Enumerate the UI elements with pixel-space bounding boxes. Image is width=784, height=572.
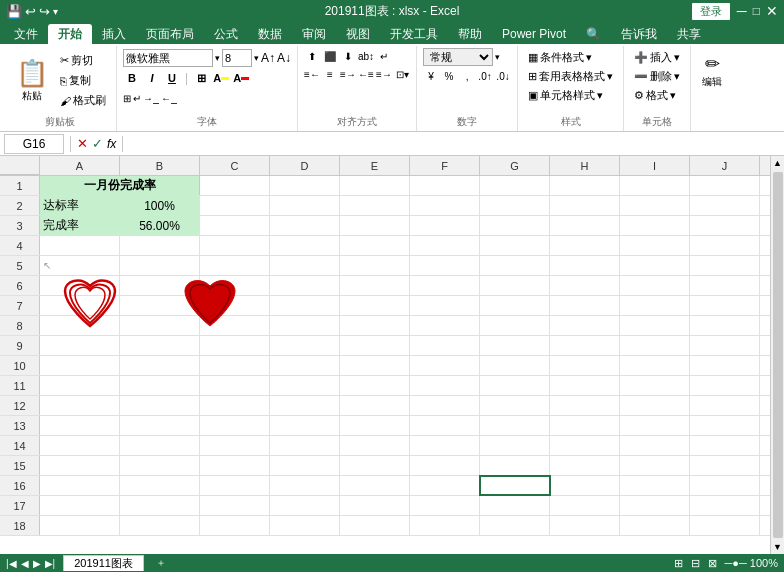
cell-g6[interactable] [480, 276, 550, 295]
page-layout-view-button[interactable]: ⊟ [691, 557, 700, 570]
cell-c6[interactable] [200, 276, 270, 295]
cell-f9[interactable] [410, 336, 480, 355]
cell-a10[interactable] [40, 356, 120, 375]
cell-b8[interactable] [120, 316, 200, 335]
font-family-dropdown-icon[interactable]: ▾ [215, 53, 220, 63]
cell-g1[interactable] [480, 176, 550, 195]
cell-e1[interactable] [340, 176, 410, 195]
cell-i9[interactable] [620, 336, 690, 355]
tab-data[interactable]: 数据 [248, 24, 292, 44]
cell-f8[interactable] [410, 316, 480, 335]
cell-b11[interactable] [120, 376, 200, 395]
cell-e7[interactable] [340, 296, 410, 315]
restore-icon[interactable]: □ [753, 4, 760, 18]
col-header-j[interactable]: J [690, 156, 760, 175]
delete-cells-button[interactable]: ➖ 删除▾ [630, 67, 684, 85]
row-header-17[interactable]: 17 [0, 496, 40, 515]
fill-color-button[interactable]: A [212, 69, 230, 87]
cell-i4[interactable] [620, 236, 690, 255]
col-header-e[interactable]: E [340, 156, 410, 175]
cell-h8[interactable] [550, 316, 620, 335]
cell-d9[interactable] [270, 336, 340, 355]
cell-j6[interactable] [690, 276, 760, 295]
row-header-6[interactable]: 6 [0, 276, 40, 295]
cell-f4[interactable] [410, 236, 480, 255]
cell-g5[interactable] [480, 256, 550, 275]
cell-d8[interactable] [270, 316, 340, 335]
cell-g16[interactable] [480, 476, 550, 495]
merge-center-button[interactable]: ⊡▾ [394, 66, 410, 82]
cell-f10[interactable] [410, 356, 480, 375]
scroll-thumb[interactable] [773, 172, 783, 538]
decrease-decimal-button[interactable]: .0↓ [495, 68, 511, 84]
cell-e10[interactable] [340, 356, 410, 375]
col-header-f[interactable]: F [410, 156, 480, 175]
cell-d6[interactable] [270, 276, 340, 295]
sheet-nav-next[interactable]: ▶ [33, 558, 41, 569]
font-size-decrease-icon[interactable]: A↓ [277, 51, 291, 65]
col-header-g[interactable]: G [480, 156, 550, 175]
tab-help[interactable]: 帮助 [448, 24, 492, 44]
cell-reference-input[interactable] [4, 134, 64, 154]
cell-h2[interactable] [550, 196, 620, 215]
sheet-nav-first[interactable]: |◀ [6, 558, 17, 569]
cell-j5[interactable] [690, 256, 760, 275]
cut-button[interactable]: ✂ 剪切 [56, 52, 110, 70]
cell-a1[interactable]: 一月份完成率 [40, 176, 200, 195]
cell-f2[interactable] [410, 196, 480, 215]
cell-j3[interactable] [690, 216, 760, 235]
cell-i8[interactable] [620, 316, 690, 335]
cell-f7[interactable] [410, 296, 480, 315]
close-icon[interactable]: ✕ [766, 3, 778, 19]
cell-g7[interactable] [480, 296, 550, 315]
cell-g4[interactable] [480, 236, 550, 255]
row-header-12[interactable]: 12 [0, 396, 40, 415]
cell-f1[interactable] [410, 176, 480, 195]
cell-f3[interactable] [410, 216, 480, 235]
cell-g3[interactable] [480, 216, 550, 235]
tab-file[interactable]: 文件 [4, 24, 48, 44]
format-cells-button[interactable]: ⚙ 格式▾ [630, 86, 684, 104]
cell-g8[interactable] [480, 316, 550, 335]
cell-e3[interactable] [340, 216, 410, 235]
save-icon[interactable]: 💾 [6, 4, 22, 19]
login-button[interactable]: 登录 [691, 2, 731, 21]
cell-i10[interactable] [620, 356, 690, 375]
sheet-tab-1[interactable]: 201911图表 [63, 555, 144, 571]
cell-d5[interactable] [270, 256, 340, 275]
row-header-9[interactable]: 9 [0, 336, 40, 355]
cell-b5[interactable] [120, 256, 200, 275]
select-all-button[interactable] [0, 156, 40, 175]
paste-button[interactable]: 📋 粘贴 [10, 52, 54, 110]
align-center-button[interactable]: ≡ [322, 66, 338, 82]
tab-insert[interactable]: 插入 [92, 24, 136, 44]
zoom-slider[interactable]: ─●─ 100% [725, 557, 778, 570]
formula-input[interactable] [129, 134, 780, 154]
scroll-up-button[interactable]: ▲ [771, 156, 784, 170]
tab-tell-me[interactable]: 告诉我 [611, 24, 667, 44]
cell-f5[interactable] [410, 256, 480, 275]
wrap-text-button[interactable]: ↵ [376, 48, 392, 64]
cell-g10[interactable] [480, 356, 550, 375]
cell-j1[interactable] [690, 176, 760, 195]
cell-c9[interactable] [200, 336, 270, 355]
tab-share[interactable]: 共享 [667, 24, 711, 44]
cell-h3[interactable] [550, 216, 620, 235]
cell-h7[interactable] [550, 296, 620, 315]
underline-button[interactable]: U [163, 69, 181, 87]
row-header-18[interactable]: 18 [0, 516, 40, 535]
currency-button[interactable]: ¥ [423, 68, 439, 84]
tab-page-layout[interactable]: 页面布局 [136, 24, 204, 44]
cell-g11[interactable] [480, 376, 550, 395]
align-left-button[interactable]: ≡← [304, 66, 320, 82]
row-header-16[interactable]: 16 [0, 476, 40, 495]
cell-a6[interactable] [40, 276, 120, 295]
cell-j8[interactable] [690, 316, 760, 335]
font-size-increase-icon[interactable]: A↑ [261, 51, 275, 65]
row-header-3[interactable]: 3 [0, 216, 40, 235]
confirm-formula-icon[interactable]: ✓ [92, 136, 103, 151]
font-family-input[interactable] [123, 49, 213, 67]
add-sheet-button[interactable]: ＋ [156, 556, 166, 570]
col-header-b[interactable]: B [120, 156, 200, 175]
cell-h10[interactable] [550, 356, 620, 375]
